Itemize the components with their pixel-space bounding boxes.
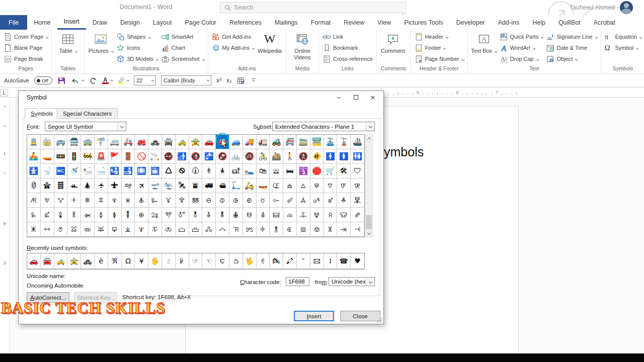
symbol-cell-4-20[interactable]: 🜛 [297,193,310,208]
symbol-cell-2-20[interactable]: 🛐 [297,164,310,178]
recent-symbol-cell-19[interactable]: 🖍 [283,253,297,269]
symbol-cell-4-13[interactable]: 🜔 [202,193,216,208]
recent-symbol-cell-0[interactable]: 🚗 [27,253,41,269]
symbol-cell-5-5[interactable]: 🜥 [95,208,108,222]
symbol-cell-2-21[interactable]: 🛑 [310,164,324,178]
ribbon-item-table[interactable]: Table [54,31,82,54]
symbol-cell-1-12[interactable]: 🚯 [189,149,203,164]
symbol-cell-0-9[interactable]: 🚓 [148,135,162,149]
symbol-cell-5-10[interactable]: 🜪 [162,208,176,222]
recent-symbol-cell-20[interactable]: ″ [297,253,310,269]
ribbon-item-get-add-ins[interactable]: Get Add-ins [210,31,256,42]
symbol-cell-4-3[interactable]: 🜊 [67,193,81,208]
symbol-cell-1-13[interactable]: 🚰 [202,149,216,164]
symbol-cell-6-7[interactable]: 🝀 [122,222,135,237]
symbol-cell-0-0[interactable]: 🚊 [27,135,41,149]
symbol-cell-0-22[interactable]: 🚠 [324,135,338,149]
symbol-cell-1-15[interactable]: 🚲 [229,149,243,164]
tab-pictures-tools[interactable]: Pictures Tools [397,15,450,30]
symbol-cell-5-13[interactable]: 🜭 [202,208,216,222]
recent-symbol-cell-5[interactable]: è [95,253,108,269]
symbol-cell-1-8[interactable]: 🚫 [135,149,148,164]
recent-symbol-cell-16[interactable]: 🖖 [243,253,257,269]
symbol-cell-0-20[interactable]: 🚞 [297,135,310,149]
symbol-cell-1-10[interactable]: 🚭 [162,149,176,164]
ribbon-item-symbol[interactable]: ΩSymbol [603,42,643,53]
symbol-cell-0-5[interactable]: 🚏 [95,135,108,149]
recent-symbol-cell-1[interactable]: 🚘 [41,253,54,269]
symbol-grid-scrollbar[interactable] [365,134,373,237]
recent-symbol-cell-10[interactable]: 🖞 [162,253,176,269]
resize-grip[interactable] [376,317,382,323]
symbol-cell-0-18[interactable]: 🚜 [270,135,283,149]
symbol-cell-3-3[interactable]: 🛥 [67,178,81,193]
symbol-cell-2-8[interactable]: 🛄 [135,164,148,178]
autosave-toggle[interactable]: Off [34,76,52,84]
tab-view[interactable]: View [371,15,397,30]
from-dropdown[interactable]: Unicode (hex) [329,277,375,286]
symbol-cell-3-24[interactable]: 🜆 [351,178,364,193]
ribbon-item-icons[interactable]: Icons [115,42,159,53]
symbol-cell-5-16[interactable]: 🜰 [243,208,257,222]
symbol-cell-6-24[interactable]: 🝑 [351,222,364,237]
tab-mailings[interactable]: Mailings [268,15,304,30]
symbol-cell-4-19[interactable]: 🜚 [283,193,297,208]
symbol-cell-5-14[interactable]: 🜮 [216,208,229,222]
symbol-cell-4-12[interactable]: 🜓 [189,193,203,208]
recent-symbol-cell-21[interactable]: 🖂 [310,253,324,269]
symbol-cell-3-17[interactable]: 🛶 [257,178,270,193]
symbol-cell-0-23[interactable]: 🚡 [337,135,351,149]
symbol-cell-1-20[interactable]: 🚷 [297,149,310,164]
symbol-cell-6-6[interactable]: 🜿 [108,222,122,237]
ribbon-item-comment[interactable]: Comment [379,31,407,54]
symbol-cell-5-22[interactable]: 🜶 [324,208,338,222]
symbol-cell-5-0[interactable]: 🜠 [27,208,41,222]
symbol-cell-3-2[interactable]: 🛤 [54,178,68,193]
symbol-cell-2-24[interactable]: 🛡 [351,164,364,178]
ribbon-item-cross-reference[interactable]: Cross-reference [321,53,374,64]
symbol-cell-4-8[interactable]: 🜏 [135,193,148,208]
symbol-cell-4-18[interactable]: 🜙 [270,193,283,208]
subset-dropdown[interactable]: Extended Characters - Plane 1 [272,122,375,131]
symbol-cell-4-6[interactable]: 🜍 [108,193,122,208]
recent-symbol-cell-14[interactable]: 🖓 [216,253,229,269]
ribbon-item-shapes[interactable]: Shapes [115,31,159,42]
tab-references[interactable]: References [223,15,268,30]
ribbon-item-quick-parts[interactable]: Quick Parts [498,31,545,42]
symbol-cell-selected[interactable]: 🚘 [216,135,229,149]
symbol-cell-0-11[interactable]: 🚕 [176,135,189,149]
insert-button[interactable]: Insert [294,311,334,321]
ribbon-item-page-break[interactable]: Page Break [2,53,49,64]
symbol-cell-2-11[interactable]: 🛇 [176,164,189,178]
symbol-cell-3-0[interactable]: 🛢 [27,178,41,193]
symbol-cell-3-20[interactable]: 🜂 [297,178,310,193]
recent-symbol-cell-6[interactable]: ℜ [108,253,122,269]
symbol-cell-0-19[interactable]: 🚝 [283,135,297,149]
symbol-cell-1-9[interactable]: 🚬 [148,149,162,164]
recent-symbol-cell-4[interactable]: 🚓 [81,253,95,269]
symbol-cell-6-8[interactable]: 🝁 [135,222,148,237]
symbol-cell-0-2[interactable]: 🚌 [54,135,68,149]
symbol-cell-6-4[interactable]: 🜽 [81,222,95,237]
symbol-cell-4-16[interactable]: 🜗 [243,193,257,208]
symbol-cell-2-12[interactable]: 🛈 [189,164,203,178]
search-input[interactable] [234,4,401,11]
recent-symbol-cell-23[interactable]: ☎ [337,253,351,269]
ribbon-item-pictures[interactable]: Pictures [87,31,115,54]
symbol-cell-5-15[interactable]: 🜯 [229,208,243,222]
symbol-cell-0-24[interactable]: 🚢 [351,135,364,149]
tab-page-color[interactable]: Page Color [178,15,223,30]
symbol-cell-5-19[interactable]: 🜳 [283,208,297,222]
symbol-cell-4-5[interactable]: 🜌 [95,193,108,208]
tab-help[interactable]: Help [526,15,552,30]
symbol-cell-5-24[interactable]: 🜸 [351,208,364,222]
symbol-cell-6-17[interactable]: 🝊 [257,222,270,237]
symbol-cell-1-4[interactable]: 🚧 [81,149,95,164]
symbol-cell-2-0[interactable]: 🚼 [27,164,41,178]
recent-symbol-cell-2[interactable]: 🚕 [54,253,68,269]
tab-stop-selector[interactable]: L [1,89,8,97]
tab-format[interactable]: Format [304,15,338,30]
tab-draw[interactable]: Draw [86,15,114,30]
ribbon-item-bookmark[interactable]: Bookmark [321,42,374,53]
recent-symbol-cell-3[interactable]: 🚖 [67,253,81,269]
